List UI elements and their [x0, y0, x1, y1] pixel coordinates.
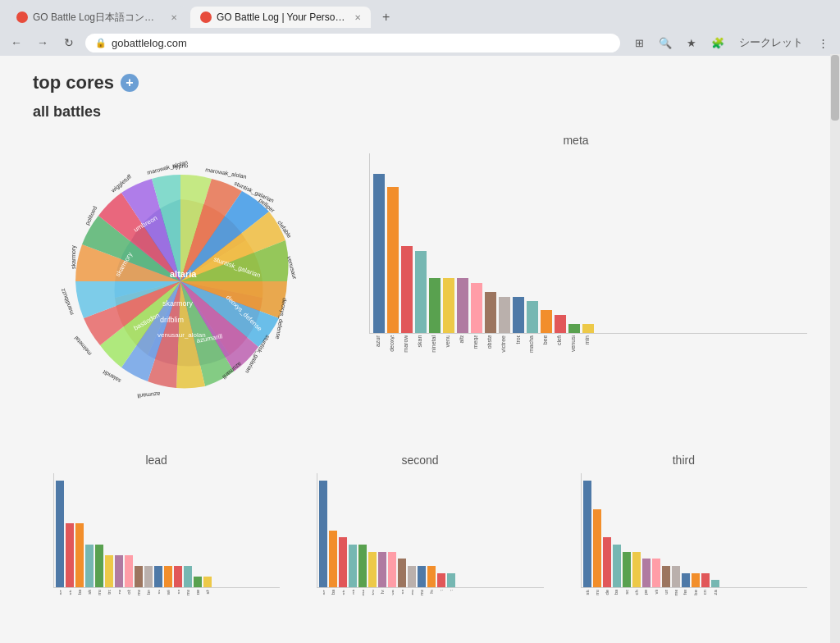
bar	[527, 301, 538, 333]
tab-close-1[interactable]: ✕	[171, 13, 177, 22]
bar-wrapper	[513, 297, 524, 333]
bar-label: venusaur	[439, 335, 450, 385]
bar	[373, 174, 385, 333]
bar-label: syth	[152, 590, 160, 631]
bar-label: maro	[591, 590, 599, 631]
bar-label: mach	[415, 590, 423, 631]
bar-wrapper	[568, 324, 580, 333]
bar-wrapper	[418, 566, 426, 587]
bar	[339, 537, 347, 587]
bar	[429, 278, 441, 333]
bar-wrapper	[387, 187, 399, 333]
bar	[378, 552, 386, 587]
bar-label: 7	[435, 590, 443, 631]
bar-label: umb	[660, 590, 668, 631]
bar-wrapper	[583, 481, 591, 587]
bar	[692, 573, 700, 587]
scrollbar[interactable]	[830, 54, 840, 643]
bar	[623, 552, 631, 587]
bar	[349, 545, 357, 587]
url-box[interactable]: 🔒 gobattlelog.com	[85, 34, 620, 52]
bar-label: stunt	[581, 590, 589, 631]
refresh-button[interactable]: ↻	[59, 33, 79, 52]
all-battles-label: all battles	[33, 103, 807, 121]
tab-close-2[interactable]: ✕	[354, 13, 361, 22]
bar-label: stunt	[336, 590, 345, 631]
bar	[682, 573, 690, 587]
bar-label: victreebel_sh	[495, 335, 506, 385]
bar-label: machamp_sh	[523, 335, 534, 385]
bar	[593, 509, 601, 587]
bar-label: sabl	[171, 590, 180, 631]
bar-label: zapo	[709, 590, 717, 631]
bar	[408, 566, 416, 587]
bar-wrapper	[75, 523, 84, 587]
bar-wrapper	[682, 573, 690, 587]
scrollbar-thumb[interactable]	[831, 55, 839, 121]
tab-favicon-2	[200, 11, 212, 23]
bar	[388, 552, 396, 587]
bar	[541, 310, 552, 333]
bar	[401, 246, 413, 333]
bar-wrapper	[603, 537, 611, 587]
url-text: gobattlelog.com	[112, 37, 187, 49]
bar-wrapper	[164, 566, 172, 587]
bar-label: skar	[83, 590, 91, 631]
bar	[568, 324, 580, 333]
tab-active[interactable]: GO Battle Log | Your Personal Ba... ✕	[190, 7, 371, 28]
translate-button[interactable]: ⊞	[630, 35, 649, 51]
bar-label: mincf...	[578, 335, 590, 385]
bar-wrapper	[339, 537, 347, 587]
bar-wrapper	[174, 566, 182, 587]
bar	[485, 292, 496, 333]
bar-wrapper	[144, 566, 153, 587]
bar	[471, 283, 482, 333]
bar-label: obst	[122, 590, 130, 631]
bookmark-button[interactable]: ★	[682, 35, 701, 51]
bar-wrapper	[701, 573, 710, 587]
bar-wrapper	[613, 545, 621, 587]
bar-wrapper	[401, 246, 413, 333]
bar-label: deox	[600, 590, 609, 631]
bar-label: beedrill	[536, 335, 548, 385]
bar	[415, 251, 427, 333]
bar-label: sabl	[395, 590, 404, 631]
zoom-button[interactable]: 🔍	[654, 35, 677, 51]
bar	[194, 577, 202, 587]
bar-label: azumarill	[369, 335, 381, 385]
bar-wrapper	[437, 573, 445, 587]
bar	[368, 552, 377, 587]
bar-wrapper	[457, 278, 468, 333]
bar	[164, 566, 172, 587]
bar-wrapper	[485, 292, 496, 333]
pie-chart: altaria	[33, 134, 328, 429]
menu-button[interactable]: ⋮	[813, 35, 833, 51]
tab-bar: GO Battle Log日本語コンバーター ✕ GO Battle Log |…	[0, 0, 840, 30]
bar-wrapper	[632, 552, 641, 587]
add-core-button[interactable]: +	[121, 74, 139, 92]
profile-button[interactable]: シークレット	[734, 34, 808, 52]
bar-label: cheri	[630, 590, 638, 631]
new-tab-button[interactable]: +	[374, 5, 398, 30]
forward-button[interactable]: →	[33, 33, 52, 52]
top-cores-heading: top cores +	[33, 72, 807, 93]
bar-label: tropi	[103, 590, 111, 631]
bar-label: broh	[142, 590, 150, 631]
bar	[603, 537, 611, 587]
bar	[499, 297, 510, 333]
bar-label: azuri	[317, 590, 325, 631]
extensions-button[interactable]: 🧩	[706, 35, 729, 51]
bar-label: lyss	[376, 590, 384, 631]
back-button[interactable]: ←	[7, 33, 26, 52]
bar-wrapper	[95, 545, 103, 587]
tab-inactive[interactable]: GO Battle Log日本語コンバーター ✕	[7, 6, 187, 30]
bar	[582, 324, 594, 333]
bar	[174, 566, 182, 587]
bar-wrapper	[388, 552, 396, 587]
bar	[329, 531, 337, 587]
bar	[135, 566, 143, 587]
svg-text:salandit: salandit	[102, 369, 121, 384]
bottom-charts: lead azuristuntbastiskarmarotropinewobst…	[33, 454, 807, 631]
svg-text:marowak_alolan: marowak_alolan	[205, 166, 248, 180]
bar	[437, 573, 445, 587]
